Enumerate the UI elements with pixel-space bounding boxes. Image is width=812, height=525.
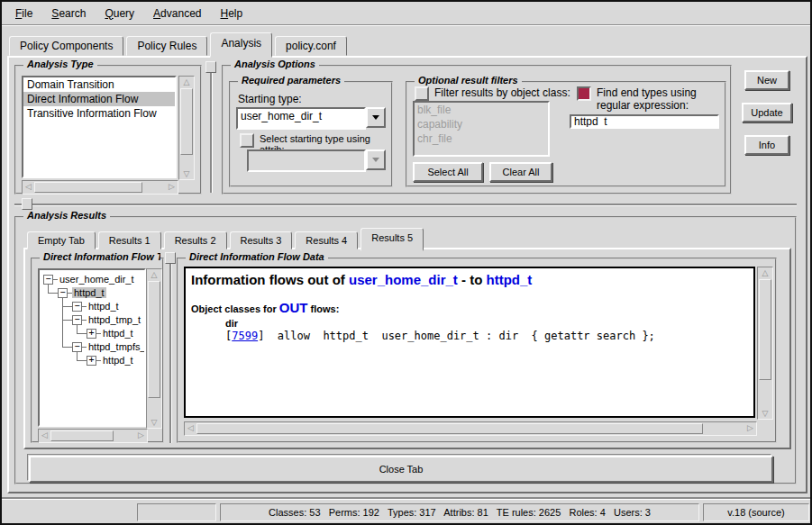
attrib-checkbox[interactable] xyxy=(240,133,254,148)
scroll-right-icon[interactable]: ▷ xyxy=(166,181,178,194)
object-class-checkbox[interactable] xyxy=(415,86,429,101)
flow-tree[interactable]: −user_home_dir_t−httpd_t−httpd_t−httpd_t… xyxy=(38,268,146,427)
starting-type-combobox[interactable]: user_home_dir_t xyxy=(236,107,386,130)
scroll-down-icon[interactable]: ▽ xyxy=(758,408,772,419)
results-tab-results-5[interactable]: Results 5 xyxy=(360,228,424,251)
apol-window: FileSearchQueryAdvancedHelp Policy Compo… xyxy=(0,0,812,525)
analysis-type-vertical-scrollbar[interactable]: △ ▽ xyxy=(178,76,195,180)
data-horizontal-scrollbar[interactable]: ◁ ▷ xyxy=(184,421,757,436)
analysis-type-horizontal-scrollbar[interactable]: ◁ ▷ xyxy=(22,180,178,195)
chevron-down-icon[interactable] xyxy=(366,107,386,128)
close-tab-button[interactable]: Close Tab xyxy=(29,456,773,483)
results-tab-results-2[interactable]: Results 2 xyxy=(164,231,227,249)
tab-analysis[interactable]: Analysis xyxy=(210,32,272,58)
results-tab-results-4[interactable]: Results 4 xyxy=(295,231,358,249)
analysis-type-item-transitive-information-flow[interactable]: Transitive Information Flow xyxy=(23,106,175,121)
collapse-icon[interactable]: − xyxy=(43,275,53,285)
attrib-combobox[interactable] xyxy=(247,149,386,172)
scroll-up-icon[interactable]: △ xyxy=(179,77,194,87)
main-tab-bar: Policy ComponentsPolicy RulesAnalysispol… xyxy=(9,32,347,56)
scrollbar-thumb[interactable] xyxy=(196,423,703,434)
tree-node-label[interactable]: httpd_tmpfs_t xyxy=(87,341,144,352)
regex-input[interactable] xyxy=(570,114,719,129)
tree-connector xyxy=(77,325,78,333)
flow-subheading: Object classes for OUT flows: xyxy=(191,300,748,315)
scroll-down-icon[interactable]: ▽ xyxy=(147,417,161,428)
vertical-sash-handle[interactable] xyxy=(205,61,216,73)
flow-data-text[interactable]: Information flows out of user_home_dir_t… xyxy=(184,267,755,418)
tab-policy-rules[interactable]: Policy Rules xyxy=(126,36,207,56)
scroll-left-icon[interactable]: ◁ xyxy=(23,181,34,194)
tree-node-label[interactable]: httpd_t xyxy=(101,328,135,339)
tree-node-httpd-t[interactable]: +httpd_t xyxy=(87,327,135,339)
object-class-checkbox-label: Filter results by object class: xyxy=(434,86,570,99)
expand-icon[interactable]: + xyxy=(87,356,96,366)
analysis-type-item-direct-information-flow[interactable]: Direct Information Flow xyxy=(23,92,175,106)
status-version-panel: v.18 (source) xyxy=(703,503,809,521)
expand-icon[interactable]: + xyxy=(87,329,96,339)
new-button[interactable]: New xyxy=(744,70,789,90)
flow-tree-title: Direct Information Flow Tree xyxy=(40,251,160,262)
results-sash-handle[interactable] xyxy=(165,252,176,264)
tree-node-label[interactable]: httpd_t xyxy=(101,355,135,366)
clear-all-button[interactable]: Clear All xyxy=(489,162,552,182)
menu-item-query[interactable]: Query xyxy=(102,5,137,22)
scroll-down-icon[interactable]: ▽ xyxy=(179,168,194,179)
analysis-type-item-domain-transition[interactable]: Domain Transition xyxy=(23,77,175,92)
regex-checkbox[interactable] xyxy=(577,86,591,101)
scrollbar-thumb[interactable] xyxy=(34,182,142,193)
start-type-text: user_home_dir_t xyxy=(349,272,458,287)
out-flow-text: OUT xyxy=(279,300,308,315)
scroll-right-icon[interactable]: ▷ xyxy=(135,430,147,442)
attrib-value[interactable] xyxy=(247,149,366,172)
tree-node-label[interactable]: user_home_dir_t xyxy=(58,274,136,285)
collapse-icon[interactable]: − xyxy=(58,288,68,298)
tree-connector xyxy=(77,333,87,334)
menu-item-file[interactable]: File xyxy=(13,5,35,22)
tree-node-httpd-tmp-t[interactable]: −httpd_tmp_t xyxy=(72,313,142,326)
scroll-right-icon[interactable]: ▷ xyxy=(744,422,756,435)
tree-node-httpd-t[interactable]: +httpd_t xyxy=(87,354,135,367)
scrollbar-thumb[interactable] xyxy=(180,88,193,155)
update-button[interactable]: Update xyxy=(742,103,792,122)
tree-canvas: −user_home_dir_t−httpd_t−httpd_t−httpd_t… xyxy=(40,270,144,425)
results-tab-results-1[interactable]: Results 1 xyxy=(98,231,161,249)
scrollbar-thumb[interactable] xyxy=(148,281,160,398)
tree-connector xyxy=(77,352,78,360)
analysis-type-listbox[interactable]: Domain TransitionDirect Information Flow… xyxy=(22,76,177,178)
info-button[interactable]: Info xyxy=(744,135,789,155)
collapse-icon[interactable]: − xyxy=(72,342,82,352)
scrollbar-thumb[interactable] xyxy=(759,279,771,380)
tree-node-httpd-t[interactable]: −httpd_t xyxy=(72,300,121,312)
tree-node-httpd-t[interactable]: −httpd_t xyxy=(58,286,106,299)
starting-type-value[interactable]: user_home_dir_t xyxy=(236,107,366,130)
results-tab-results-3[interactable]: Results 3 xyxy=(230,231,293,249)
tree-node-label[interactable]: httpd_t xyxy=(87,301,121,312)
collapse-icon[interactable]: − xyxy=(72,302,82,312)
data-vertical-scrollbar[interactable]: △ ▽ xyxy=(757,267,773,420)
horizontal-sash-handle[interactable] xyxy=(22,198,32,210)
horizontal-sash-line xyxy=(14,204,797,205)
tab-policy-conf[interactable]: policy.conf xyxy=(275,36,347,56)
tree-node-label[interactable]: httpd_t xyxy=(72,287,106,298)
tree-node-label[interactable]: httpd_tmp_t xyxy=(87,314,142,325)
tree-node-user-home-dir-t[interactable]: −user_home_dir_t xyxy=(43,273,136,285)
tree-vertical-scrollbar[interactable]: △ ▽ xyxy=(146,268,162,429)
tree-horizontal-scrollbar[interactable]: ◁ ▷ xyxy=(38,429,148,443)
tab-policy-components[interactable]: Policy Components xyxy=(9,36,123,56)
scroll-left-icon[interactable]: ◁ xyxy=(185,422,196,435)
rule-number-link[interactable]: 7599 xyxy=(232,330,258,342)
object-class-item-chr-file: chr_file xyxy=(415,131,548,146)
menu-item-advanced[interactable]: Advanced xyxy=(151,5,204,22)
collapse-icon[interactable]: − xyxy=(72,315,82,325)
menu-item-help[interactable]: Help xyxy=(217,5,245,22)
results-tab-empty-tab[interactable]: Empty Tab xyxy=(27,231,96,249)
object-class-item-capability: capability xyxy=(415,117,548,131)
scroll-up-icon[interactable]: △ xyxy=(147,269,161,280)
menu-item-search[interactable]: Search xyxy=(49,5,88,22)
scroll-up-icon[interactable]: △ xyxy=(758,267,772,278)
scrollbar-thumb[interactable] xyxy=(50,430,114,441)
scroll-left-icon[interactable]: ◁ xyxy=(39,430,50,442)
tree-node-httpd-tmpfs-t[interactable]: −httpd_tmpfs_t xyxy=(72,340,144,353)
select-all-button[interactable]: Select All xyxy=(413,162,483,182)
